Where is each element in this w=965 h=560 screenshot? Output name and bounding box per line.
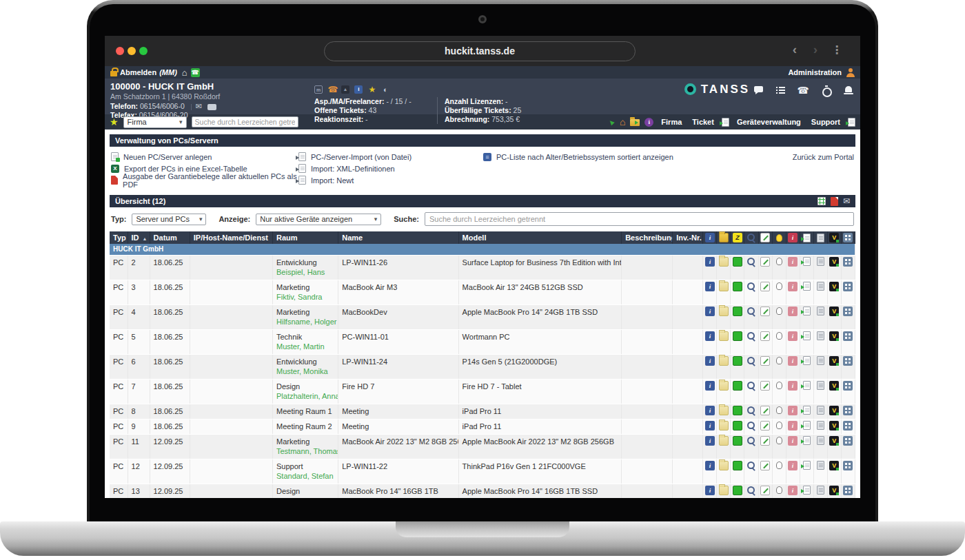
device-document-icon[interactable] — [817, 461, 824, 470]
back-button[interactable]: ‹ — [793, 42, 797, 57]
device-folder-icon[interactable] — [719, 257, 729, 267]
device-edit-icon[interactable] — [760, 486, 770, 495]
device-status-icon[interactable] — [733, 406, 742, 415]
person-link[interactable]: Fiktiv, Sandra — [276, 292, 334, 302]
phone-icon[interactable]: ☎ — [798, 85, 809, 95]
folder-open-icon[interactable] — [630, 119, 640, 126]
device-bulb-icon[interactable] — [776, 462, 782, 469]
device-alert-icon[interactable]: i — [788, 381, 798, 391]
device-alert-icon[interactable]: i — [788, 486, 798, 495]
link-back-to-portal[interactable]: Zurück zum Portal — [793, 152, 854, 162]
device-remote-icon[interactable] — [843, 282, 853, 291]
anzeige-select[interactable]: Nur aktive Geräte anzeigen▾ — [256, 214, 381, 225]
device-info-icon[interactable]: i — [705, 381, 715, 391]
device-info-icon[interactable]: i — [705, 331, 715, 341]
document-info-icon[interactable]: i — [354, 85, 363, 94]
chat-icon[interactable] — [753, 85, 764, 95]
table-row[interactable]: PC 12 12.09.25 Support Standard, Stefan … — [110, 459, 855, 484]
col-ip[interactable]: IP/Host-Name/Dienst — [190, 231, 272, 244]
list-icon[interactable] — [775, 85, 786, 95]
person-link[interactable]: Testmann, Thomas — [276, 446, 334, 456]
device-document-icon[interactable] — [817, 436, 824, 445]
phone-icon[interactable]: ☎ — [327, 85, 336, 94]
device-ticket-icon[interactable] — [803, 421, 811, 430]
device-bulb-icon[interactable] — [776, 422, 782, 429]
device-bulb-icon[interactable] — [776, 307, 782, 315]
device-remote-icon[interactable] — [843, 307, 853, 316]
device-edit-icon[interactable] — [760, 356, 770, 366]
device-vnc-icon[interactable]: V — [829, 486, 839, 495]
device-alert-icon[interactable]: i — [788, 421, 798, 431]
device-alert-icon[interactable]: i — [788, 331, 798, 341]
col-id[interactable]: ID▲ — [128, 231, 150, 244]
device-vnc-icon[interactable]: V — [829, 356, 839, 366]
address-bar[interactable]: huckit.tanss.de — [324, 41, 636, 61]
device-bulb-icon[interactable] — [776, 406, 782, 414]
device-edit-icon[interactable] — [760, 421, 770, 431]
device-document-icon[interactable] — [817, 331, 824, 340]
col-datum[interactable]: Datum — [150, 231, 190, 244]
device-alert-icon[interactable]: i — [788, 406, 798, 415]
device-info-icon[interactable]: i — [705, 257, 715, 267]
device-edit-icon[interactable] — [760, 381, 770, 391]
device-bulb-icon[interactable] — [776, 258, 782, 265]
link-import-newt[interactable]: Import: Newt — [298, 175, 483, 185]
device-vnc-icon[interactable]: V — [829, 461, 839, 470]
device-status-icon[interactable] — [733, 381, 742, 391]
export-excel-icon[interactable] — [817, 197, 826, 205]
device-folder-icon[interactable] — [719, 307, 729, 316]
device-ticket-icon[interactable] — [803, 381, 811, 390]
device-ticket-icon[interactable] — [803, 282, 811, 291]
device-status-icon[interactable] — [733, 257, 742, 267]
code-badge-icon[interactable]: m — [314, 85, 323, 94]
maximize-window-button[interactable] — [139, 47, 148, 55]
device-folder-icon[interactable] — [719, 436, 729, 446]
device-alert-icon[interactable]: i — [788, 461, 798, 470]
device-inspect-icon[interactable] — [746, 282, 756, 291]
device-status-icon[interactable] — [733, 461, 742, 470]
home-icon[interactable]: ⌂ — [620, 116, 625, 127]
device-folder-icon[interactable] — [719, 421, 729, 431]
device-vnc-icon[interactable]: V — [829, 257, 839, 267]
device-remote-icon[interactable] — [843, 406, 853, 415]
device-document-icon[interactable] — [817, 282, 824, 291]
link-pdf-warranty[interactable]: Ausgabe der Garantiebelege aller aktuell… — [111, 175, 298, 185]
device-info-icon[interactable]: i — [705, 307, 715, 316]
menu-ticket[interactable]: Ticket — [689, 118, 717, 126]
browser-menu-icon[interactable]: ⋮ — [831, 43, 842, 56]
menu-support[interactable]: Support — [809, 118, 843, 126]
device-inspect-icon[interactable] — [746, 486, 756, 495]
device-ticket-icon[interactable] — [803, 461, 811, 470]
mail-icon[interactable]: ✉ — [843, 196, 850, 206]
device-ticket-icon[interactable] — [803, 486, 811, 495]
device-status-icon[interactable] — [733, 282, 742, 291]
device-edit-icon[interactable] — [760, 282, 770, 291]
device-info-icon[interactable]: i — [705, 282, 715, 291]
device-ticket-icon[interactable] — [803, 436, 811, 445]
table-row[interactable]: PC 7 18.06.25 Design Platzhalterin, Anna… — [110, 379, 855, 404]
table-row[interactable]: PC 9 18.06.25 Meeting Raum 2 Meeting iPa… — [110, 419, 855, 434]
table-row[interactable]: PC 11 12.09.25 Marketing Testmann, Thoma… — [110, 434, 855, 459]
device-folder-icon[interactable] — [719, 356, 729, 366]
device-bulb-icon[interactable] — [776, 437, 782, 444]
link-new-pc[interactable]: Neuen PC/Server anlegen — [111, 152, 298, 162]
favorite-star-icon[interactable]: ★ — [368, 85, 376, 94]
device-remote-icon[interactable] — [843, 461, 853, 470]
device-alert-icon[interactable]: i — [788, 356, 798, 366]
device-alert-icon[interactable]: i — [788, 282, 798, 291]
typ-select[interactable]: Server und PCs▾ — [132, 214, 206, 225]
device-remote-icon[interactable] — [843, 486, 853, 495]
link-import-file[interactable]: PC-/Server-Import (von Datei) — [298, 152, 483, 162]
device-info-icon[interactable]: i — [705, 356, 715, 366]
link-pc-list-by-age[interactable]: ≡ PC-Liste nach Alter/Betriebssystem sor… — [483, 152, 793, 162]
device-edit-icon[interactable] — [760, 461, 770, 470]
device-vnc-icon[interactable]: V — [829, 282, 839, 291]
person-link[interactable]: Standard, Stefan — [276, 471, 334, 481]
device-folder-icon[interactable] — [719, 331, 729, 341]
device-alert-icon[interactable]: i — [788, 436, 798, 446]
logout-link[interactable]: Abmelden — [120, 68, 156, 76]
device-folder-icon[interactable] — [719, 486, 729, 495]
device-bulb-icon[interactable] — [776, 357, 782, 364]
device-edit-icon[interactable] — [760, 257, 770, 267]
ticket-note-icon[interactable] — [848, 118, 855, 127]
